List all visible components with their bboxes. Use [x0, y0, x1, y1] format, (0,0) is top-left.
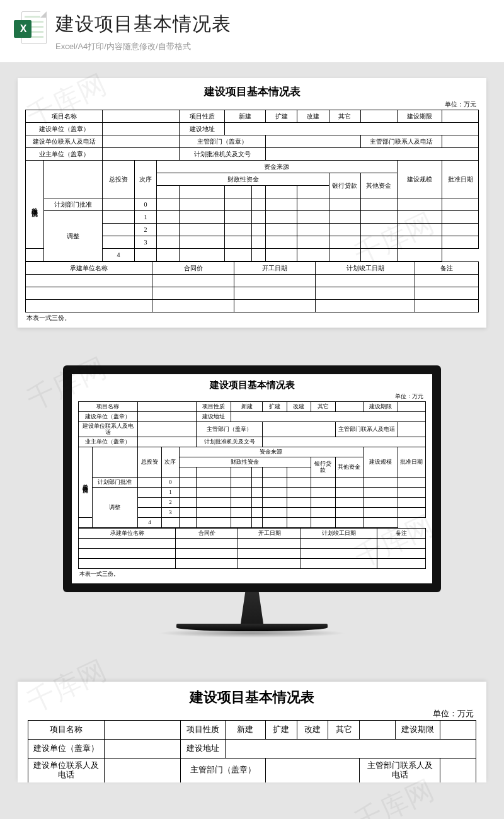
cell-empty: [397, 198, 442, 211]
cell-empty: [225, 236, 252, 249]
cell-empty: [266, 236, 297, 249]
label-contract-price: 合同价: [152, 262, 234, 275]
cell-empty: [360, 110, 397, 123]
form-title: 建设项目基本情况表: [25, 84, 479, 99]
cell-empty: [266, 135, 361, 148]
monitor-mockup: 建设项目基本情况表 单位：万元 项目名称 项目性质新建 扩建改建 其它 建设期限…: [63, 365, 441, 638]
cell-empty: [252, 211, 266, 224]
seq-4: 4: [103, 249, 134, 261]
cell-empty: [442, 110, 479, 123]
form-table-upper-crop: 项目名称 项目性质新建 扩建改建 其它 建设期限 建设单位（盖章）建设地址 建设…: [28, 720, 476, 782]
form-footer-note: 本表一式三份。: [78, 569, 426, 578]
cell-empty: [225, 123, 479, 135]
cell-empty: [252, 224, 266, 236]
cell-empty: [225, 198, 252, 211]
label-remark: 备注: [415, 262, 479, 275]
label-scale: 建设规模: [397, 161, 442, 198]
label-adjust: 调整: [43, 211, 102, 261]
cell-empty: [252, 198, 266, 211]
monitor-shadow: [158, 629, 346, 638]
monitor-screen: 建设项目基本情况表 单位：万元 项目名称 项目性质新建 扩建改建 其它 建设期限…: [63, 365, 441, 592]
cell-empty: [225, 211, 252, 224]
cell-empty: [157, 211, 180, 224]
cell-empty: [180, 224, 225, 236]
excel-badge-letter: X: [14, 20, 32, 38]
cell-empty: [316, 275, 415, 287]
cell-empty: [103, 224, 134, 236]
template-preview-card: 建设项目基本情况表 单位：万元 项目名称 项目性质 新建 扩建 改建 其它 建设…: [18, 78, 486, 328]
label-approve-date: 批准日期: [442, 161, 479, 198]
seq-0: 0: [134, 198, 157, 211]
label-invest-side: 总投资变动情况: [26, 161, 44, 249]
cell-empty: [297, 186, 329, 198]
page-subtitle: Excel/A4打印/内容随意修改/自带格式: [55, 41, 231, 52]
form-table-lower: 承建单位名称 合同价 开工日期 计划竣工日期 备注: [25, 261, 479, 312]
cell-empty: [180, 198, 225, 211]
cell-empty: [297, 224, 329, 236]
cell-empty: [397, 249, 442, 261]
cell-empty: [360, 198, 397, 211]
cell-empty: [225, 186, 252, 198]
cell-empty: [360, 224, 397, 236]
cell-empty: [180, 249, 225, 261]
cell-empty: [26, 287, 152, 300]
cell-empty: [329, 249, 360, 261]
cell-empty: [180, 186, 225, 198]
label-owner-unit: 业主单位（盖章）: [26, 148, 103, 161]
label-contractor: 承建单位名称: [26, 262, 152, 275]
cell-empty: [360, 236, 397, 249]
cell-empty: [103, 110, 180, 123]
cell-empty: [252, 236, 266, 249]
cell-empty: [157, 186, 180, 198]
cell-empty: [266, 211, 297, 224]
cell-empty: [329, 198, 360, 211]
seq-1: 1: [134, 211, 157, 224]
cell-empty: [180, 211, 225, 224]
template-preview-cropped: 建设项目基本情况表 单位：万元 项目名称 项目性质新建 扩建改建 其它 建设期限…: [18, 682, 486, 782]
label-total-invest: 总投资: [103, 161, 134, 198]
cell-empty: [157, 224, 180, 236]
cell-empty: [297, 249, 329, 261]
cell-empty: [397, 211, 442, 224]
cell-empty: [103, 123, 180, 135]
cell-empty: [266, 224, 297, 236]
label-build-period: 建设期限: [397, 110, 442, 123]
cell-empty: [26, 249, 44, 261]
cell-empty: [442, 236, 479, 249]
cell-empty: [397, 224, 442, 236]
cell-empty: [442, 211, 479, 224]
seq-2: 2: [134, 224, 157, 236]
label-seq: 次序: [134, 161, 157, 198]
cell-empty: [266, 249, 297, 261]
label-qita: 其它: [329, 110, 360, 123]
cell-empty: [415, 275, 479, 287]
cell-empty: [442, 198, 479, 211]
cell-empty: [266, 198, 297, 211]
label-plan-finish: 计划竣工日期: [316, 262, 415, 275]
cell-empty: [297, 198, 329, 211]
cell-empty: [316, 287, 415, 300]
cell-empty: [43, 161, 102, 198]
cell-empty: [316, 300, 415, 312]
label-build-contact: 建设单位联系人及电话: [26, 135, 103, 148]
cell-empty: [103, 211, 134, 224]
cell-empty: [26, 300, 152, 312]
label-project-nature: 项目性质: [180, 110, 225, 123]
cell-empty: [442, 135, 479, 148]
cell-empty: [134, 249, 157, 261]
cell-empty: [297, 236, 329, 249]
label-mgr-dept: 主管部门（盖章）: [180, 135, 266, 148]
label-plan-approval: 计划批准机关及文号: [180, 148, 266, 161]
form-footer-note: 本表一式三份。: [25, 312, 479, 323]
cell-empty: [297, 211, 329, 224]
form-table-lower-mini: 承建单位名称合同价开工日期计划竣工日期备注: [78, 528, 426, 569]
cell-empty: [266, 186, 297, 198]
label-fund-source: 资金来源: [157, 161, 397, 173]
seq-3: 3: [134, 236, 157, 249]
form-table-upper-mini: 项目名称 项目性质新建 扩建改建 其它 建设期限 建设单位（盖章）建设地址 建设…: [78, 401, 426, 528]
cell-empty: [415, 300, 479, 312]
cell-empty: [26, 275, 152, 287]
label-bank-loan: 银行贷款: [329, 173, 360, 198]
label-mgr-contact: 主管部门联系人及电话: [360, 135, 442, 148]
form-table-upper: 项目名称 项目性质 新建 扩建 改建 其它 建设期限 建设单位（盖章） 建设地址…: [25, 110, 479, 261]
